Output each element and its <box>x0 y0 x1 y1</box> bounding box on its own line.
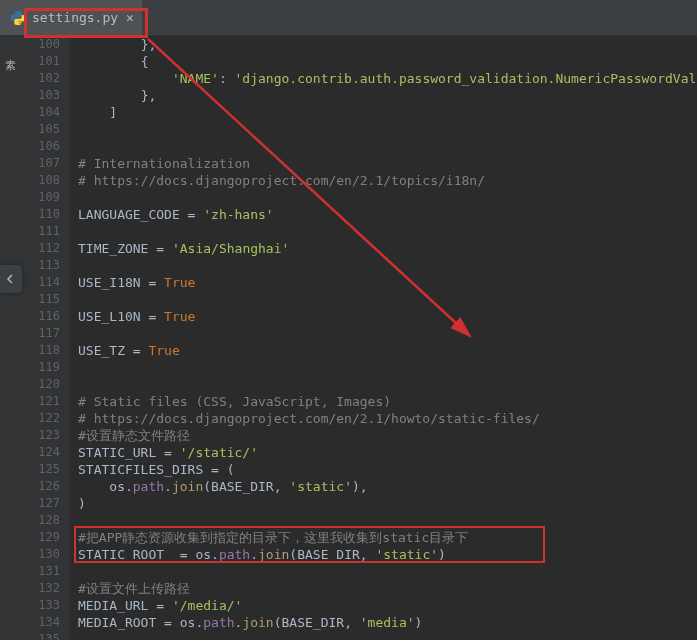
file-tab[interactable]: settings.py ✕ <box>0 0 142 35</box>
code-line[interactable] <box>78 223 697 240</box>
left-tool-gutter: 素 <box>0 36 20 640</box>
line-number: 130 <box>20 546 60 563</box>
code-line[interactable]: }, <box>78 36 697 53</box>
line-number: 102 <box>20 70 60 87</box>
line-number: 133 <box>20 597 60 614</box>
line-number: 131 <box>20 563 60 580</box>
code-line[interactable] <box>78 121 697 138</box>
code-line[interactable] <box>78 138 697 155</box>
code-line[interactable] <box>78 512 697 529</box>
line-number: 109 <box>20 189 60 206</box>
code-line[interactable]: { <box>78 53 697 70</box>
code-line[interactable]: ) <box>78 495 697 512</box>
line-number: 104 <box>20 104 60 121</box>
code-line[interactable]: #设置静态文件路径 <box>78 427 697 444</box>
line-number: 123 <box>20 427 60 444</box>
code-line[interactable]: STATICFILES_DIRS = ( <box>78 461 697 478</box>
line-number: 132 <box>20 580 60 597</box>
line-number: 107 <box>20 155 60 172</box>
collapse-panel-handle[interactable] <box>0 265 22 293</box>
code-line[interactable]: #设置文件上传路径 <box>78 580 697 597</box>
left-gutter-label: 素 <box>5 58 16 73</box>
line-number: 128 <box>20 512 60 529</box>
code-line[interactable]: # https://docs.djangoproject.com/en/2.1/… <box>78 410 697 427</box>
code-line[interactable]: os.path.join(BASE_DIR, 'static'), <box>78 478 697 495</box>
code-line[interactable]: STATIC_ROOT = os.path.join(BASE_DIR, 'st… <box>78 546 697 563</box>
code-line[interactable] <box>78 563 697 580</box>
line-number: 112 <box>20 240 60 257</box>
python-file-icon <box>10 10 26 26</box>
line-number: 110 <box>20 206 60 223</box>
line-number: 135 <box>20 631 60 640</box>
line-number: 111 <box>20 223 60 240</box>
line-number: 103 <box>20 87 60 104</box>
code-line[interactable]: 'NAME': 'django.contrib.auth.password_va… <box>78 70 697 87</box>
editor[interactable]: 1001011021031041051061071081091101111121… <box>20 36 697 640</box>
code-line[interactable]: USE_L10N = True <box>78 308 697 325</box>
close-icon[interactable]: ✕ <box>126 10 134 25</box>
line-number: 134 <box>20 614 60 631</box>
code-line[interactable] <box>78 376 697 393</box>
code-line[interactable]: STATIC_URL = '/static/' <box>78 444 697 461</box>
code-line[interactable] <box>78 189 697 206</box>
line-number: 100 <box>20 36 60 53</box>
line-number: 116 <box>20 308 60 325</box>
line-number: 118 <box>20 342 60 359</box>
line-number: 126 <box>20 478 60 495</box>
line-number: 106 <box>20 138 60 155</box>
code-line[interactable]: LANGUAGE_CODE = 'zh-hans' <box>78 206 697 223</box>
code-line[interactable]: MEDIA_URL = '/media/' <box>78 597 697 614</box>
code-line[interactable]: # Static files (CSS, JavaScript, Images) <box>78 393 697 410</box>
line-number: 129 <box>20 529 60 546</box>
line-number: 120 <box>20 376 60 393</box>
code-line[interactable]: }, <box>78 87 697 104</box>
line-number: 124 <box>20 444 60 461</box>
line-number: 105 <box>20 121 60 138</box>
line-number-gutter: 1001011021031041051061071081091101111121… <box>20 36 70 640</box>
code-line[interactable] <box>78 359 697 376</box>
line-number: 122 <box>20 410 60 427</box>
tab-bar: settings.py ✕ <box>0 0 697 36</box>
line-number: 117 <box>20 325 60 342</box>
code-line[interactable]: TIME_ZONE = 'Asia/Shanghai' <box>78 240 697 257</box>
line-number: 119 <box>20 359 60 376</box>
code-line[interactable] <box>78 631 697 640</box>
line-number: 127 <box>20 495 60 512</box>
code-line[interactable] <box>78 325 697 342</box>
code-line[interactable]: MEDIA_ROOT = os.path.join(BASE_DIR, 'med… <box>78 614 697 631</box>
code-line[interactable] <box>78 291 697 308</box>
line-number: 114 <box>20 274 60 291</box>
line-number: 115 <box>20 291 60 308</box>
code-line[interactable] <box>78 257 697 274</box>
code-line[interactable]: # Internationalization <box>78 155 697 172</box>
line-number: 113 <box>20 257 60 274</box>
code-line[interactable]: ] <box>78 104 697 121</box>
code-content[interactable]: }, { 'NAME': 'django.contrib.auth.passwo… <box>70 36 697 640</box>
code-line[interactable]: # https://docs.djangoproject.com/en/2.1/… <box>78 172 697 189</box>
tab-filename: settings.py <box>32 10 118 25</box>
line-number: 101 <box>20 53 60 70</box>
code-line[interactable]: USE_TZ = True <box>78 342 697 359</box>
line-number: 121 <box>20 393 60 410</box>
line-number: 108 <box>20 172 60 189</box>
code-line[interactable]: #把APP静态资源收集到指定的目录下，这里我收集到static目录下 <box>78 529 697 546</box>
line-number: 125 <box>20 461 60 478</box>
code-line[interactable]: USE_I18N = True <box>78 274 697 291</box>
